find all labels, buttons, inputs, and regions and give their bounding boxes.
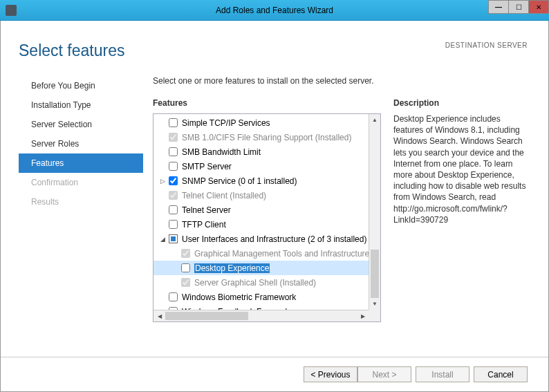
checkbox-mixed[interactable] [169,234,178,243]
scroll-left-icon[interactable]: ◀ [153,310,165,321]
feature-item[interactable]: SMB Bandwidth Limit [153,144,369,159]
scroll-corner [369,310,380,321]
cancel-button[interactable]: Cancel [474,366,528,382]
feature-label: Telnet Server [182,205,231,215]
feature-checkbox [181,249,190,258]
feature-item[interactable]: Telnet Client (Installed) [153,188,369,203]
scroll-thumb-horizontal[interactable] [165,312,248,320]
feature-item[interactable]: ▷SNMP Service (0 of 1 installed) [153,174,369,188]
feature-checkbox[interactable] [181,263,190,272]
wizard-content: Select features DESTINATION SERVER Befor… [0,21,549,392]
feature-item[interactable]: Desktop Experience [153,261,369,275]
feature-checkbox [169,191,178,200]
feature-label: Graphical Management Tools and Infrastru… [194,249,369,259]
nav-step-server-selection[interactable]: Server Selection [19,115,143,134]
feature-item[interactable]: Simple TCP/IP Services [153,115,369,130]
scroll-right-icon[interactable]: ▶ [357,310,369,321]
feature-checkbox[interactable] [169,176,178,185]
nav-step-server-roles[interactable]: Server Roles [19,134,143,153]
feature-item[interactable]: TFTP Client [153,217,369,232]
feature-item[interactable]: SMB 1.0/CIFS File Sharing Support (Insta… [153,130,369,144]
feature-label: User Interfaces and Infrastructure (2 of… [182,234,366,244]
nav-step-results: Results [19,192,143,212]
feature-label: Desktop Experience [194,263,270,273]
feature-item[interactable]: Windows Biometric Framework [153,290,369,304]
feature-item[interactable]: Server Graphical Shell (Installed) [153,275,369,290]
expand-icon[interactable]: ▷ [159,178,166,185]
feature-checkbox [169,133,178,142]
feature-label: SMTP Server [182,162,232,171]
feature-checkbox[interactable] [169,118,178,127]
feature-checkbox[interactable] [169,205,178,214]
feature-label: SNMP Service (0 of 1 installed) [182,176,297,186]
feature-checkbox[interactable] [169,162,178,171]
nav-step-installation-type[interactable]: Installation Type [19,95,143,115]
wizard-steps-sidebar: Before You BeginInstallation TypeServer … [19,76,143,212]
minimize-button[interactable]: — [488,0,509,14]
destination-server-label: DESTINATION SERVER [445,41,528,49]
features-header: Features [153,98,381,108]
nav-step-features[interactable]: Features [19,153,143,173]
feature-label: SMB Bandwidth Limit [182,147,261,157]
vertical-scrollbar[interactable]: ▲ ▼ [369,114,380,310]
titlebar[interactable]: Add Roles and Features Wizard — ☐ ✕ [0,0,549,21]
scroll-up-icon[interactable]: ▲ [369,114,380,126]
feature-checkbox [181,278,190,287]
collapse-icon[interactable]: ◢ [159,236,166,243]
wizard-footer: < Previous Next > Install Cancel [1,357,548,391]
features-tree[interactable]: Simple TCP/IP ServicesSMB 1.0/CIFS File … [153,113,381,322]
page-title: Select features [19,41,124,60]
next-button[interactable]: Next > [357,366,411,382]
maximize-button[interactable]: ☐ [508,0,529,14]
scroll-thumb-vertical[interactable] [371,250,379,298]
feature-checkbox[interactable] [169,292,178,301]
scroll-down-icon[interactable]: ▼ [369,298,380,310]
horizontal-scrollbar[interactable]: ◀ ▶ [153,310,369,321]
window-title: Add Roles and Features Wizard [216,6,333,15]
main-panel: Select one or more features to install o… [153,76,529,322]
feature-item[interactable]: ◢User Interfaces and Infrastructure (2 o… [153,232,369,246]
app-icon [6,5,17,16]
feature-label: Simple TCP/IP Services [182,118,270,128]
description-text: Desktop Experience includes features of … [393,113,529,225]
previous-button[interactable]: < Previous [304,366,357,382]
feature-checkbox[interactable] [169,147,178,156]
feature-label: TFTP Client [182,220,226,230]
description-header: Description [393,98,529,108]
feature-item[interactable]: Windows Feedback Forwarder [153,304,369,310]
feature-label: Server Graphical Shell (Installed) [194,278,316,288]
install-button[interactable]: Install [416,366,469,382]
nav-step-confirmation: Confirmation [19,173,143,192]
feature-item[interactable]: Graphical Management Tools and Infrastru… [153,246,369,261]
nav-step-before-you-begin[interactable]: Before You Begin [19,76,143,95]
instruction-text: Select one or more features to install o… [153,76,529,86]
feature-item[interactable]: SMTP Server [153,159,369,174]
feature-label: Telnet Client (Installed) [182,191,266,200]
feature-label: Windows Biometric Framework [182,292,296,302]
close-button[interactable]: ✕ [528,0,549,14]
feature-checkbox[interactable] [169,220,178,229]
feature-label: SMB 1.0/CIFS File Sharing Support (Insta… [182,133,351,142]
feature-item[interactable]: Telnet Server [153,203,369,217]
